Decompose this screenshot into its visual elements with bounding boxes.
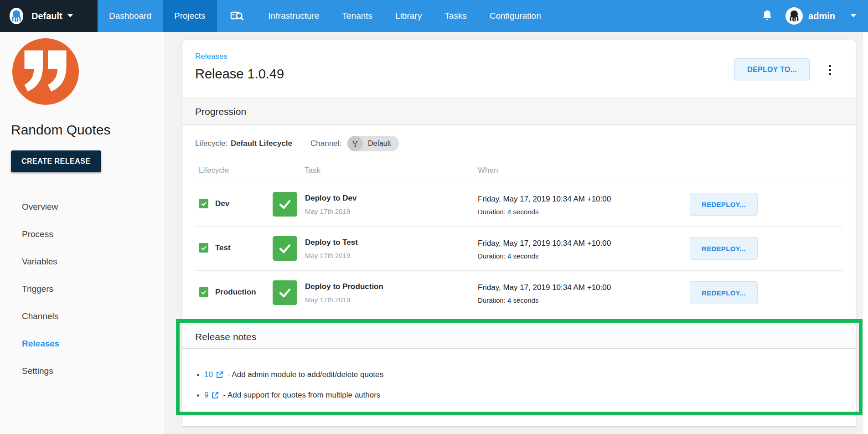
- environment-check-icon: [199, 243, 208, 253]
- environment-check-icon: [199, 287, 208, 297]
- nav-item-tasks[interactable]: Tasks: [433, 0, 478, 32]
- task-date: May 17th 2019: [305, 296, 383, 304]
- task-cell: Deploy to Production May 17th 2019: [273, 280, 478, 305]
- lifecycle-channel-row: Lifecycle: Default Lifecycle Channel:: [195, 136, 843, 151]
- nav-items: Dashboard Projects Infrastructure Tenant…: [98, 0, 553, 32]
- external-link-icon[interactable]: [216, 371, 224, 379]
- redeploy-button[interactable]: REDEPLOY...: [690, 237, 758, 260]
- channel-chip: Default: [347, 136, 399, 151]
- task-cell: Deploy to Test May 17th 2019: [273, 236, 478, 261]
- note-text: - Add admin module to add/edit/delete qu…: [227, 370, 383, 379]
- note-text: - Add support for quotes from multiple a…: [223, 391, 380, 400]
- lifecycle-value: Default Lifecycle: [231, 139, 292, 148]
- task-title[interactable]: Deploy to Test: [305, 238, 358, 247]
- sidebar-item-releases[interactable]: Releases: [0, 330, 164, 357]
- release-notes-section-header: Release notes: [182, 325, 856, 349]
- when-cell: Friday, May 17, 2019 10:34 AM +10:00 Dur…: [478, 280, 690, 305]
- nav-item-label: Library: [395, 11, 422, 21]
- nav-right: admin: [762, 0, 868, 32]
- task-text: Deploy to Production May 17th 2019: [305, 280, 383, 305]
- nav-item-infrastructure[interactable]: Infrastructure: [257, 0, 331, 32]
- environment-name: Dev: [215, 199, 229, 208]
- progression-heading: Progression: [195, 106, 246, 117]
- notifications-button[interactable]: [762, 10, 785, 22]
- bullet-icon: [197, 394, 199, 397]
- deploy-timestamp: Friday, May 17, 2019 10:34 AM +10:00: [478, 195, 690, 204]
- release-detail-card: Releases Release 1.0.49 DEPLOY TO... Pro…: [182, 40, 856, 426]
- create-release-button[interactable]: CREATE RELEASE: [11, 150, 101, 172]
- bell-icon: [762, 10, 773, 22]
- user-name[interactable]: admin: [808, 11, 835, 21]
- table-header-row: Lifecycle Task When: [195, 163, 843, 182]
- sidebar-item-overview[interactable]: Overview: [0, 193, 164, 221]
- channel-label: Channel:: [310, 139, 341, 148]
- list-item: 10 - Add admin module to add/edit/delete…: [197, 369, 843, 381]
- issue-link[interactable]: 9: [204, 391, 208, 400]
- deploy-duration: Duration: 4 seconds: [478, 208, 690, 216]
- deploy-duration: Duration: 4 seconds: [478, 296, 690, 304]
- environment-name: Production: [215, 287, 256, 297]
- progression-section-header: Progression: [182, 98, 856, 125]
- task-title[interactable]: Deploy to Dev: [305, 194, 356, 203]
- sidebar-item-channels[interactable]: Channels: [0, 303, 164, 330]
- project-nav: Overview Process Variables Triggers Chan…: [0, 193, 164, 385]
- breadcrumb[interactable]: Releases: [195, 52, 284, 61]
- space-switcher[interactable]: Default: [0, 0, 98, 32]
- nav-item-label: Tasks: [444, 11, 467, 21]
- task-success-icon: [273, 280, 297, 305]
- search-nav-button[interactable]: [217, 0, 257, 32]
- table-row: Production Deploy to Production May 17th…: [195, 270, 843, 315]
- progression-body: Lifecycle: Default Lifecycle Channel:: [182, 125, 856, 325]
- octopus-logo-icon: [6, 6, 26, 26]
- deploy-timestamp: Friday, May 17, 2019 10:34 AM +10:00: [478, 239, 690, 248]
- sidebar-item-variables[interactable]: Variables: [0, 248, 164, 275]
- user-avatar[interactable]: [785, 7, 803, 25]
- nav-item-label: Projects: [174, 11, 206, 21]
- nav-item-configuration[interactable]: Configuration: [478, 0, 553, 32]
- column-header-task: Task: [273, 166, 478, 175]
- nav-item-label: Dashboard: [109, 11, 151, 21]
- when-cell: Friday, May 17, 2019 10:34 AM +10:00 Dur…: [478, 236, 690, 261]
- task-date: May 17th 2019: [305, 252, 358, 259]
- top-nav: Default Dashboard Projects Infrastructur…: [0, 0, 868, 32]
- nav-item-dashboard[interactable]: Dashboard: [98, 0, 163, 32]
- search-icon: [230, 10, 244, 22]
- issue-link[interactable]: 10: [204, 370, 213, 379]
- task-cell: Deploy to Dev May 17th 2019: [273, 192, 478, 217]
- task-title[interactable]: Deploy to Production: [305, 282, 383, 291]
- project-name: Random Quotes: [11, 122, 164, 138]
- double-quote-icon: [22, 48, 69, 95]
- redeploy-button[interactable]: REDEPLOY...: [690, 193, 758, 216]
- sidebar-item-process[interactable]: Process: [0, 221, 164, 248]
- chevron-down-icon: [67, 14, 73, 18]
- environment-name: Test: [215, 243, 231, 253]
- sidebar-item-settings[interactable]: Settings: [0, 357, 164, 385]
- nav-item-tenants[interactable]: Tenants: [331, 0, 384, 32]
- redeploy-button[interactable]: REDEPLOY...: [690, 281, 758, 304]
- list-item: 9 - Add support for quotes from multiple…: [197, 389, 843, 401]
- nav-item-label: Tenants: [342, 11, 373, 21]
- chevron-down-icon[interactable]: [851, 14, 856, 18]
- task-text: Deploy to Test May 17th 2019: [305, 236, 358, 261]
- deploy-to-button[interactable]: DEPLOY TO...: [734, 58, 810, 81]
- title-block: Releases Release 1.0.49: [195, 52, 284, 82]
- project-sidebar: Random Quotes CREATE RELEASE Overview Pr…: [0, 32, 164, 434]
- nav-item-projects[interactable]: Projects: [163, 0, 217, 32]
- column-header-lifecycle: Lifecycle: [195, 166, 273, 175]
- nav-item-library[interactable]: Library: [384, 0, 433, 32]
- page-title: Release 1.0.49: [195, 66, 284, 82]
- task-date: May 17th 2019: [305, 207, 356, 215]
- deploy-duration: Duration: 4 seconds: [478, 252, 690, 260]
- chip-icon-circle: [347, 136, 363, 151]
- table-row: Test Deploy to Test May 17th 2019 Friday…: [195, 226, 843, 270]
- sidebar-item-triggers[interactable]: Triggers: [0, 275, 164, 303]
- action-cell: REDEPLOY...: [690, 192, 843, 217]
- nav-item-label: Configuration: [490, 11, 541, 21]
- external-link-icon[interactable]: [211, 391, 219, 399]
- overflow-menu-icon[interactable]: [827, 62, 833, 78]
- lifecycle-cell: Test: [195, 236, 273, 261]
- when-cell: Friday, May 17, 2019 10:34 AM +10:00 Dur…: [478, 192, 690, 217]
- branch-icon: [351, 140, 359, 148]
- scrollbar-track[interactable]: [862, 32, 868, 434]
- release-notes-body: 10 - Add admin module to add/edit/delete…: [182, 349, 856, 424]
